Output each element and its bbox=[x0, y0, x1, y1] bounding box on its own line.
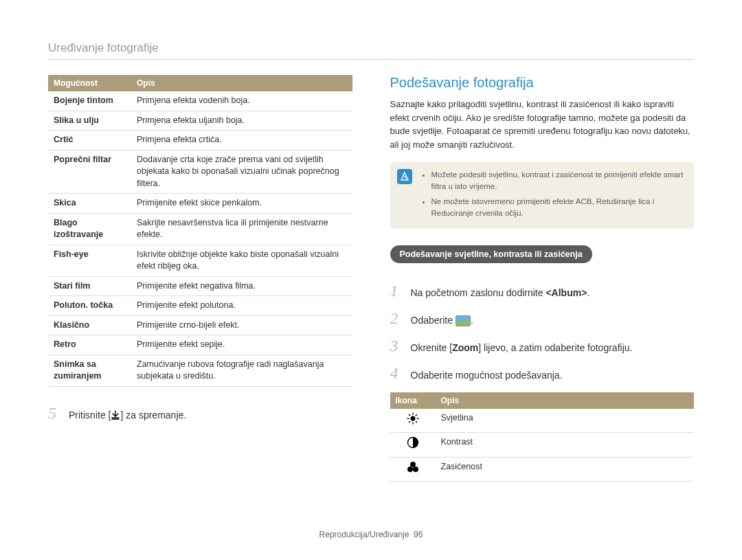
option-desc: Primijenite crno-bijeli efekt. bbox=[131, 315, 352, 335]
table-row: Blago izoštravanjeSakrijte nesavršenstva… bbox=[48, 213, 352, 245]
page-footer: Reprodukcija/Uređivanje 96 bbox=[0, 530, 742, 539]
option-desc: Iskrivite obližnje objekte kako biste op… bbox=[131, 245, 352, 276]
step-number: 4 bbox=[390, 365, 403, 381]
note-item: Ne možete istovremeno primijeniti efekte… bbox=[431, 196, 686, 220]
step-number: 2 bbox=[390, 310, 403, 326]
note-box: Možete podesiti svjetlinu, kontrast i za… bbox=[390, 162, 695, 229]
svg-point-11 bbox=[410, 462, 416, 467]
step-3: 3 Okrenite [Zoom] lijevo, a zatim odaber… bbox=[390, 337, 695, 355]
table-row: Zasićenost bbox=[390, 457, 695, 481]
subsection-pill: Podešavanje svjetline, kontrasta ili zas… bbox=[390, 245, 592, 263]
s3-bold: Zoom bbox=[452, 342, 478, 353]
table-row: KlasičnoPrimijenite crno-bijeli efekt. bbox=[48, 315, 352, 335]
table-row: Stari filmPrimijenite efekt negativa fil… bbox=[48, 276, 352, 296]
table-row: Snimka sa zumiranjemZamućivanje rubova f… bbox=[48, 355, 352, 386]
option-name: Poluton. točka bbox=[48, 296, 131, 316]
s1-bold: <Album> bbox=[546, 287, 587, 298]
note-item: Možete podesiti svjetlinu, kontrast i za… bbox=[431, 169, 686, 193]
option-name: Crtić bbox=[48, 131, 131, 150]
table-row: Fish-eyeIskrivite obližnje objekte kako … bbox=[48, 245, 352, 276]
icon-table: Ikona Opis Svjetlina bbox=[390, 392, 695, 482]
options-th-desc: Opis bbox=[131, 75, 352, 91]
option-name: Poprečni filtar bbox=[48, 150, 131, 194]
contrast-icon bbox=[390, 433, 436, 457]
table-row: Poluton. točkaPrimijenite efekt polutona… bbox=[48, 296, 352, 316]
option-desc: Primijenite efekt negativa filma. bbox=[131, 276, 352, 296]
option-name: Klasično bbox=[48, 315, 131, 335]
section-heading: Podešavanje fotografija bbox=[390, 75, 695, 91]
option-name: Slika u ulju bbox=[48, 111, 131, 131]
right-column: Podešavanje fotografija Saznajte kako pr… bbox=[390, 75, 695, 482]
s3-post: ] lijevo, a zatim odaberite fotografiju. bbox=[478, 342, 632, 353]
svg-line-9 bbox=[409, 421, 410, 423]
option-name: Fish-eye bbox=[48, 245, 131, 276]
option-desc: Primijenite efekt skice penkalom. bbox=[131, 194, 352, 214]
left-column: Mogućnost Opis Bojenje tintomPrimjena ef… bbox=[48, 75, 352, 482]
step-1: 1 Na početnom zaslonu dodirnite <Album>. bbox=[390, 282, 695, 300]
intro-paragraph: Saznajte kako prilagoditi svjetlinu, kon… bbox=[390, 98, 695, 151]
option-desc: Primjena efekta vodenih boja. bbox=[131, 91, 352, 111]
option-name: Stari film bbox=[48, 276, 131, 296]
saturation-icon bbox=[390, 457, 436, 481]
divider bbox=[48, 59, 694, 60]
step-text: Okrenite [Zoom] lijevo, a zatim odaberit… bbox=[411, 341, 633, 355]
table-row: Poprečni filtarDodavanje crta koje zrače… bbox=[48, 150, 352, 194]
step-number: 1 bbox=[390, 282, 403, 299]
icon-th-desc: Opis bbox=[436, 392, 695, 409]
svg-point-12 bbox=[407, 467, 413, 472]
step-text: Odaberite mogućnost podešavanja. bbox=[411, 368, 563, 383]
footer-text: Reprodukcija/Uređivanje bbox=[319, 530, 409, 539]
option-name: Snimka sa zumiranjem bbox=[48, 355, 131, 386]
icon-desc: Svjetlina bbox=[436, 409, 695, 433]
table-row: SkicaPrimijenite efekt skice penkalom. bbox=[48, 194, 352, 214]
s1-post: . bbox=[587, 287, 589, 298]
icon-desc: Kontrast bbox=[436, 433, 695, 457]
s1-pre: Na početnom zaslonu dodirnite bbox=[411, 287, 546, 298]
s3-pre: Okrenite [ bbox=[411, 342, 453, 353]
svg-line-8 bbox=[416, 414, 417, 416]
step-number: 5 bbox=[48, 405, 60, 421]
step-text: Na početnom zaslonu dodirnite <Album>. bbox=[411, 286, 590, 300]
page-title: Uređivanje fotografije bbox=[48, 41, 694, 55]
s2-post: . bbox=[471, 315, 473, 326]
option-name: Blago izoštravanje bbox=[48, 213, 131, 245]
photo-icon bbox=[456, 315, 471, 326]
step-number: 3 bbox=[390, 337, 403, 354]
option-name: Skica bbox=[48, 194, 131, 214]
table-row: Bojenje tintomPrimjena efekta vodenih bo… bbox=[48, 91, 352, 111]
option-desc: Zamućivanje rubova fotografije radi nagl… bbox=[131, 355, 352, 386]
step-text: Odaberite . bbox=[411, 313, 473, 328]
step-text: Pritisnite [] za spremanje. bbox=[69, 408, 186, 423]
step5-post: ] za spremanje. bbox=[120, 410, 186, 421]
options-th-name: Mogućnost bbox=[48, 75, 131, 91]
table-row: Svjetlina bbox=[390, 409, 695, 433]
option-desc: Sakrijte nesavršenstva lica ili primijen… bbox=[131, 213, 352, 245]
option-desc: Primjena efekta uljanih boja. bbox=[131, 111, 352, 131]
brightness-icon bbox=[390, 409, 436, 433]
step-5: 5 Pritisnite [] za spremanje. bbox=[48, 405, 352, 423]
option-name: Bojenje tintom bbox=[48, 91, 131, 111]
option-desc: Primijenite efekt sepije. bbox=[131, 335, 352, 355]
options-table: Mogućnost Opis Bojenje tintomPrimjena ef… bbox=[48, 75, 352, 387]
icon-th-icon: Ikona bbox=[390, 392, 436, 409]
note-info-icon bbox=[397, 169, 412, 184]
save-down-icon bbox=[111, 410, 120, 421]
option-name: Retro bbox=[48, 335, 131, 355]
svg-line-6 bbox=[409, 414, 410, 416]
footer-page-number: 96 bbox=[414, 530, 423, 539]
option-desc: Dodavanje crta koje zrače prema vani od … bbox=[131, 150, 352, 194]
step-4: 4 Odaberite mogućnost podešavanja. bbox=[390, 365, 695, 383]
option-desc: Primijenite efekt polutona. bbox=[131, 296, 352, 316]
svg-point-13 bbox=[413, 467, 418, 472]
table-row: Slika u uljuPrimjena efekta uljanih boja… bbox=[48, 111, 352, 131]
table-row: RetroPrimijenite efekt sepije. bbox=[48, 335, 352, 355]
svg-line-7 bbox=[416, 421, 417, 423]
icon-desc: Zasićenost bbox=[436, 457, 695, 481]
option-desc: Primjena efekta crtića. bbox=[131, 131, 352, 150]
s2-pre: Odaberite bbox=[411, 315, 456, 326]
table-row: Kontrast bbox=[390, 433, 695, 457]
table-row: CrtićPrimjena efekta crtića. bbox=[48, 131, 352, 150]
step-2: 2 Odaberite . bbox=[390, 310, 695, 328]
svg-point-1 bbox=[410, 416, 415, 421]
step5-pre: Pritisnite [ bbox=[69, 410, 111, 421]
